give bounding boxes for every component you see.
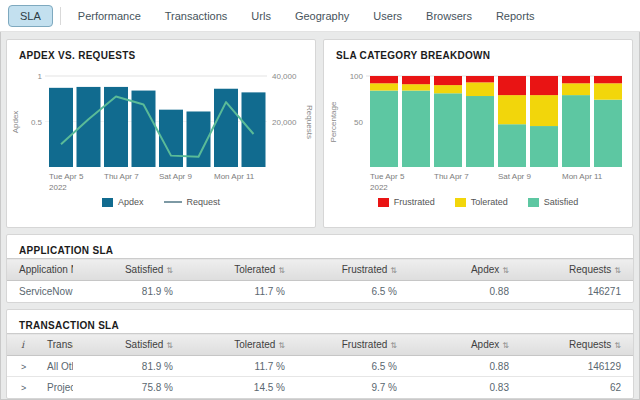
- satisfied-segment[interactable]: [370, 91, 398, 167]
- sort-icon[interactable]: ⇅: [278, 266, 285, 275]
- legend-item-satisfied[interactable]: Satisfied: [528, 197, 579, 207]
- header-label: Application Name: [19, 264, 73, 275]
- sort-icon[interactable]: ⇅: [614, 266, 621, 275]
- tolerated-segment[interactable]: [370, 83, 398, 90]
- tolerated-segment[interactable]: [466, 82, 494, 96]
- expand-chevron-icon[interactable]: >: [21, 383, 26, 393]
- y-axis-tick: 100: [350, 72, 364, 81]
- satisfied-segment[interactable]: [466, 96, 494, 167]
- tolerated-segment[interactable]: [402, 84, 430, 90]
- legend-item-request[interactable]: Request: [164, 197, 221, 207]
- tolerated-segment[interactable]: [562, 83, 590, 95]
- right-axis-tick: 40,000: [272, 72, 297, 81]
- square-swatch-icon: [455, 198, 466, 207]
- satisfied-segment[interactable]: [498, 124, 526, 167]
- apdex-value: 0.88: [409, 281, 521, 302]
- transaction-sla-title: TRANSACTION SLA: [7, 310, 633, 333]
- header-requests[interactable]: Requests⇅: [521, 334, 633, 356]
- tolerated-segment[interactable]: [594, 83, 622, 99]
- legend-item-frustrated[interactable]: Frustrated: [378, 197, 435, 207]
- tab-reports[interactable]: Reports: [484, 5, 547, 27]
- header-apdex[interactable]: Apdex⇅: [409, 334, 521, 356]
- sort-icon[interactable]: ⇅: [390, 266, 397, 275]
- frustrated-segment[interactable]: [466, 76, 494, 82]
- transaction-name[interactable]: Project task (Premium feature): [35, 377, 73, 398]
- sort-icon[interactable]: ⇅: [278, 341, 285, 350]
- x-axis-tick: Thu Apr 7: [434, 172, 469, 181]
- tolerated-segment[interactable]: [530, 95, 558, 126]
- apdex-bar[interactable]: [214, 89, 238, 167]
- frustrated-segment[interactable]: [434, 76, 462, 85]
- header-label: Frustrated: [342, 264, 388, 275]
- sort-icon[interactable]: ⇅: [614, 341, 621, 350]
- apdex-value: 0.83: [409, 377, 521, 398]
- sort-icon[interactable]: ⇅: [502, 341, 509, 350]
- x-axis-tick: Tue Apr 5: [49, 172, 84, 181]
- apdex-requests-legend: ApdexRequest: [7, 197, 315, 207]
- apdex-requests-chart[interactable]: 10.540,00020,000ApdexRequestsTue Apr 520…: [9, 63, 313, 196]
- sla-breakdown-chart[interactable]: 10050PercentageTue Apr 52022Thu Apr 7Sat…: [326, 63, 630, 196]
- tolerated-segment[interactable]: [434, 85, 462, 93]
- satisfied-segment[interactable]: [562, 95, 590, 167]
- info-icon[interactable]: i: [21, 339, 24, 350]
- header-tolerated[interactable]: Tolerated⇅: [185, 334, 297, 356]
- satisfied-segment[interactable]: [530, 126, 558, 167]
- tab-transactions[interactable]: Transactions: [153, 5, 240, 27]
- legend-label: Request: [187, 197, 221, 207]
- frustrated-value: 6.5 %: [297, 281, 409, 302]
- tab-browsers[interactable]: Browsers: [414, 5, 484, 27]
- header-label: Apdex: [471, 339, 499, 350]
- header-requests[interactable]: Requests⇅: [521, 259, 633, 281]
- sort-icon[interactable]: ⇅: [166, 341, 173, 350]
- apdex-bar[interactable]: [49, 88, 73, 167]
- x-axis-tick: Sat Apr 9: [159, 172, 192, 181]
- sort-icon[interactable]: ⇅: [166, 266, 173, 275]
- frustrated-segment[interactable]: [562, 76, 590, 83]
- legend-label: Frustrated: [394, 197, 435, 207]
- header-apdex[interactable]: Apdex⇅: [409, 259, 521, 281]
- transaction-name[interactable]: All Other Pages: [35, 356, 73, 377]
- expand-cell: >: [7, 356, 35, 377]
- expand-chevron-icon[interactable]: >: [21, 362, 26, 372]
- transaction-sla-header-row: i Transaction⇅ Satisfied⇅ Tolerated⇅ Fru…: [7, 334, 633, 356]
- header-tolerated[interactable]: Tolerated⇅: [185, 259, 297, 281]
- sort-icon[interactable]: ⇅: [390, 341, 397, 350]
- satisfied-segment[interactable]: [434, 93, 462, 167]
- sort-icon[interactable]: ⇅: [502, 266, 509, 275]
- tab-geography[interactable]: Geography: [283, 5, 361, 27]
- frustrated-segment[interactable]: [498, 76, 526, 95]
- tab-performance[interactable]: Performance: [66, 5, 153, 27]
- apdex-requests-chart-title: APDEX VS. REQUESTS: [7, 40, 315, 63]
- header-frustrated[interactable]: Frustrated⇅: [297, 334, 409, 356]
- x-axis-tick: Tue Apr 5: [370, 172, 405, 181]
- tolerated-segment[interactable]: [498, 95, 526, 124]
- application-sla-header-row: Application Name⇅ Satisfied⇅ Tolerated⇅ …: [7, 259, 633, 281]
- tab-urls[interactable]: Urls: [239, 5, 283, 27]
- table-row: >All Other Pages81.9 %11.7 %6.5 %0.88146…: [7, 356, 633, 377]
- satisfied-segment[interactable]: [402, 91, 430, 167]
- frustrated-segment[interactable]: [370, 76, 398, 83]
- header-info[interactable]: i: [7, 334, 35, 356]
- frustrated-segment[interactable]: [530, 76, 558, 95]
- header-transaction[interactable]: Transaction⇅: [35, 334, 73, 356]
- header-frustrated[interactable]: Frustrated⇅: [297, 259, 409, 281]
- tab-sla[interactable]: SLA: [8, 5, 53, 27]
- application-name[interactable]: ServiceNow: [7, 281, 73, 302]
- sla-breakdown-legend: FrustratedToleratedSatisfied: [324, 197, 632, 207]
- frustrated-value: 6.5 %: [297, 356, 409, 377]
- legend-item-apdex[interactable]: Apdex: [102, 197, 144, 207]
- frustrated-segment[interactable]: [402, 76, 430, 84]
- header-application-name[interactable]: Application Name⇅: [7, 259, 73, 281]
- satisfied-segment[interactable]: [594, 100, 622, 167]
- table-row: >Project task (Premium feature)75.8 %14.…: [7, 377, 633, 398]
- header-satisfied[interactable]: Satisfied⇅: [73, 334, 185, 356]
- header-label: Transaction: [47, 339, 73, 350]
- left-axis-title: Apdex: [11, 111, 20, 134]
- frustrated-segment[interactable]: [594, 76, 622, 83]
- right-axis-tick: 20,000: [272, 118, 297, 127]
- tab-users[interactable]: Users: [361, 5, 414, 27]
- apdex-bar[interactable]: [242, 92, 266, 167]
- header-label: Requests: [569, 264, 611, 275]
- legend-item-tolerated[interactable]: Tolerated: [455, 197, 508, 207]
- header-satisfied[interactable]: Satisfied⇅: [73, 259, 185, 281]
